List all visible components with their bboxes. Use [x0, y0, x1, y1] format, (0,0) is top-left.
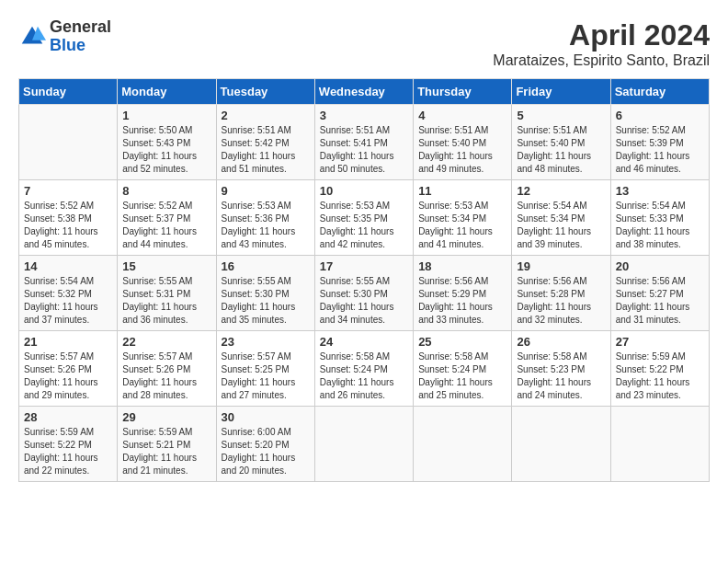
day-cell: 29Sunrise: 5:59 AM Sunset: 5:21 PM Dayli…	[118, 407, 216, 482]
day-number: 27	[616, 335, 704, 349]
logo-blue-text: Blue	[50, 37, 111, 55]
day-cell	[414, 407, 512, 482]
header: General Blue April 2024 Marataizes, Espi…	[18, 18, 710, 69]
day-cell: 3Sunrise: 5:51 AM Sunset: 5:41 PM Daylig…	[314, 105, 413, 180]
calendar-table: SundayMondayTuesdayWednesdayThursdayFrid…	[18, 78, 710, 482]
week-row-1: 1Sunrise: 5:50 AM Sunset: 5:43 PM Daylig…	[19, 105, 710, 180]
day-info: Sunrise: 5:54 AM Sunset: 5:34 PM Dayligh…	[517, 200, 605, 251]
logo-text: General Blue	[50, 18, 111, 55]
day-info: Sunrise: 5:57 AM Sunset: 5:26 PM Dayligh…	[24, 350, 112, 402]
day-cell: 4Sunrise: 5:51 AM Sunset: 5:40 PM Daylig…	[414, 105, 512, 180]
day-number: 24	[320, 335, 408, 349]
day-number: 22	[122, 335, 210, 349]
calendar-title: April 2024	[493, 18, 710, 52]
day-number: 19	[517, 259, 605, 273]
day-cell: 7Sunrise: 5:52 AM Sunset: 5:38 PM Daylig…	[19, 180, 118, 256]
calendar-header: SundayMondayTuesdayWednesdayThursdayFrid…	[19, 79, 710, 105]
day-info: Sunrise: 5:56 AM Sunset: 5:28 PM Dayligh…	[517, 275, 605, 327]
day-number: 11	[418, 184, 506, 198]
day-number: 20	[616, 259, 704, 273]
day-number: 23	[222, 335, 310, 349]
logo-icon	[18, 23, 46, 51]
day-cell: 20Sunrise: 5:56 AM Sunset: 5:27 PM Dayli…	[610, 256, 709, 331]
day-cell: 12Sunrise: 5:54 AM Sunset: 5:34 PM Dayli…	[512, 180, 610, 256]
day-cell: 22Sunrise: 5:57 AM Sunset: 5:26 PM Dayli…	[118, 331, 216, 407]
day-cell: 17Sunrise: 5:55 AM Sunset: 5:30 PM Dayli…	[314, 256, 413, 331]
day-info: Sunrise: 5:56 AM Sunset: 5:29 PM Dayligh…	[418, 275, 506, 327]
day-info: Sunrise: 5:59 AM Sunset: 5:22 PM Dayligh…	[616, 350, 704, 402]
day-info: Sunrise: 5:55 AM Sunset: 5:30 PM Dayligh…	[320, 275, 408, 327]
day-cell: 16Sunrise: 5:55 AM Sunset: 5:30 PM Dayli…	[216, 256, 314, 331]
day-info: Sunrise: 5:54 AM Sunset: 5:32 PM Dayligh…	[24, 275, 112, 327]
day-info: Sunrise: 5:58 AM Sunset: 5:23 PM Dayligh…	[517, 350, 605, 402]
day-info: Sunrise: 5:58 AM Sunset: 5:24 PM Dayligh…	[418, 350, 506, 402]
day-number: 29	[122, 410, 210, 424]
day-info: Sunrise: 5:53 AM Sunset: 5:35 PM Dayligh…	[320, 200, 408, 251]
day-number: 9	[222, 184, 310, 198]
day-cell: 28Sunrise: 5:59 AM Sunset: 5:22 PM Dayli…	[19, 407, 118, 482]
header-cell-wednesday: Wednesday	[314, 79, 413, 105]
calendar-subtitle: Marataizes, Espirito Santo, Brazil	[493, 52, 710, 69]
day-cell: 18Sunrise: 5:56 AM Sunset: 5:29 PM Dayli…	[414, 256, 512, 331]
day-number: 13	[616, 184, 704, 198]
day-number: 26	[517, 335, 605, 349]
day-number: 18	[418, 259, 506, 273]
day-cell	[19, 105, 118, 180]
day-cell	[610, 407, 709, 482]
logo-general-text: General	[50, 18, 111, 37]
day-cell: 13Sunrise: 5:54 AM Sunset: 5:33 PM Dayli…	[610, 180, 709, 256]
day-number: 28	[24, 410, 112, 424]
day-info: Sunrise: 6:00 AM Sunset: 5:20 PM Dayligh…	[222, 426, 310, 477]
day-number: 10	[320, 184, 408, 198]
day-number: 21	[24, 335, 112, 349]
day-number: 12	[517, 184, 605, 198]
day-cell: 5Sunrise: 5:51 AM Sunset: 5:40 PM Daylig…	[512, 105, 610, 180]
day-cell: 14Sunrise: 5:54 AM Sunset: 5:32 PM Dayli…	[19, 256, 118, 331]
day-info: Sunrise: 5:55 AM Sunset: 5:30 PM Dayligh…	[222, 275, 310, 327]
day-cell: 9Sunrise: 5:53 AM Sunset: 5:36 PM Daylig…	[216, 180, 314, 256]
day-cell: 26Sunrise: 5:58 AM Sunset: 5:23 PM Dayli…	[512, 331, 610, 407]
day-number: 16	[222, 259, 310, 273]
day-info: Sunrise: 5:56 AM Sunset: 5:27 PM Dayligh…	[616, 275, 704, 327]
week-row-5: 28Sunrise: 5:59 AM Sunset: 5:22 PM Dayli…	[19, 407, 710, 482]
day-info: Sunrise: 5:51 AM Sunset: 5:40 PM Dayligh…	[418, 124, 506, 176]
day-info: Sunrise: 5:59 AM Sunset: 5:22 PM Dayligh…	[24, 426, 112, 477]
day-info: Sunrise: 5:52 AM Sunset: 5:38 PM Dayligh…	[24, 200, 112, 251]
header-row: SundayMondayTuesdayWednesdayThursdayFrid…	[19, 79, 710, 105]
header-cell-tuesday: Tuesday	[216, 79, 314, 105]
day-info: Sunrise: 5:59 AM Sunset: 5:21 PM Dayligh…	[122, 426, 210, 477]
day-info: Sunrise: 5:53 AM Sunset: 5:34 PM Dayligh…	[418, 200, 506, 251]
day-number: 6	[616, 109, 704, 122]
week-row-4: 21Sunrise: 5:57 AM Sunset: 5:26 PM Dayli…	[19, 331, 710, 407]
day-cell: 30Sunrise: 6:00 AM Sunset: 5:20 PM Dayli…	[216, 407, 314, 482]
day-cell: 2Sunrise: 5:51 AM Sunset: 5:42 PM Daylig…	[216, 105, 314, 180]
day-number: 4	[418, 109, 506, 122]
day-number: 3	[320, 109, 408, 122]
day-cell: 1Sunrise: 5:50 AM Sunset: 5:43 PM Daylig…	[118, 105, 216, 180]
header-cell-thursday: Thursday	[414, 79, 512, 105]
day-cell	[512, 407, 610, 482]
day-number: 1	[122, 109, 210, 122]
day-info: Sunrise: 5:50 AM Sunset: 5:43 PM Dayligh…	[122, 124, 210, 176]
day-number: 25	[418, 335, 506, 349]
day-info: Sunrise: 5:51 AM Sunset: 5:41 PM Dayligh…	[320, 124, 408, 176]
header-cell-sunday: Sunday	[19, 79, 118, 105]
day-number: 2	[222, 109, 310, 122]
day-info: Sunrise: 5:52 AM Sunset: 5:37 PM Dayligh…	[122, 200, 210, 251]
day-cell	[314, 407, 413, 482]
day-info: Sunrise: 5:52 AM Sunset: 5:39 PM Dayligh…	[616, 124, 704, 176]
title-area: April 2024 Marataizes, Espirito Santo, B…	[493, 18, 710, 69]
day-info: Sunrise: 5:57 AM Sunset: 5:26 PM Dayligh…	[122, 350, 210, 402]
header-cell-friday: Friday	[512, 79, 610, 105]
day-info: Sunrise: 5:58 AM Sunset: 5:24 PM Dayligh…	[320, 350, 408, 402]
day-info: Sunrise: 5:54 AM Sunset: 5:33 PM Dayligh…	[616, 200, 704, 251]
day-cell: 15Sunrise: 5:55 AM Sunset: 5:31 PM Dayli…	[118, 256, 216, 331]
calendar-body: 1Sunrise: 5:50 AM Sunset: 5:43 PM Daylig…	[19, 105, 710, 482]
week-row-2: 7Sunrise: 5:52 AM Sunset: 5:38 PM Daylig…	[19, 180, 710, 256]
day-number: 17	[320, 259, 408, 273]
day-cell: 10Sunrise: 5:53 AM Sunset: 5:35 PM Dayli…	[314, 180, 413, 256]
header-cell-monday: Monday	[118, 79, 216, 105]
day-number: 8	[122, 184, 210, 198]
day-cell: 23Sunrise: 5:57 AM Sunset: 5:25 PM Dayli…	[216, 331, 314, 407]
day-cell: 19Sunrise: 5:56 AM Sunset: 5:28 PM Dayli…	[512, 256, 610, 331]
